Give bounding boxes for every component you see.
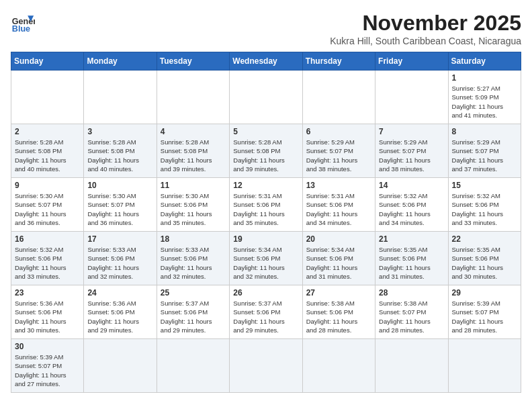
day-number: 26: [233, 288, 298, 298]
logo: General Blue: [11, 11, 35, 35]
day-number: 11: [161, 181, 226, 190]
day-info: Sunrise: 5:39 AMSunset: 5:07 PMDaylight:…: [15, 353, 80, 388]
day-info: Sunrise: 5:36 AMSunset: 5:06 PMDaylight:…: [87, 299, 152, 334]
day-of-week-header: Monday: [84, 52, 157, 71]
day-info: Sunrise: 5:38 AMSunset: 5:06 PMDaylight:…: [306, 299, 371, 334]
calendar-table: SundayMondayTuesdayWednesdayThursdayFrid…: [11, 52, 521, 393]
calendar-day-cell: [302, 71, 375, 124]
calendar-day-cell: [448, 339, 521, 393]
calendar-day-cell: 14Sunrise: 5:32 AMSunset: 5:06 PMDayligh…: [375, 178, 448, 232]
calendar-day-cell: 11Sunrise: 5:30 AMSunset: 5:06 PMDayligh…: [157, 178, 229, 232]
day-number: 14: [379, 181, 444, 190]
day-number: 25: [161, 288, 226, 298]
day-info: Sunrise: 5:31 AMSunset: 5:06 PMDaylight:…: [306, 191, 371, 227]
month-year-title: November 2025: [330, 11, 521, 36]
calendar-day-cell: 10Sunrise: 5:30 AMSunset: 5:07 PMDayligh…: [84, 178, 157, 232]
day-info: Sunrise: 5:28 AMSunset: 5:08 PMDaylight:…: [15, 138, 80, 173]
calendar-day-cell: 21Sunrise: 5:35 AMSunset: 5:06 PMDayligh…: [375, 232, 448, 285]
day-info: Sunrise: 5:29 AMSunset: 5:07 PMDaylight:…: [306, 138, 371, 173]
calendar-day-cell: 23Sunrise: 5:36 AMSunset: 5:06 PMDayligh…: [11, 285, 84, 339]
calendar-week-row: 9Sunrise: 5:30 AMSunset: 5:07 PMDaylight…: [11, 178, 521, 232]
calendar-day-cell: 28Sunrise: 5:38 AMSunset: 5:07 PMDayligh…: [375, 285, 448, 339]
day-info: Sunrise: 5:28 AMSunset: 5:08 PMDaylight:…: [161, 138, 226, 173]
calendar-day-cell: [157, 339, 229, 393]
day-info: Sunrise: 5:37 AMSunset: 5:06 PMDaylight:…: [161, 299, 226, 334]
day-info: Sunrise: 5:36 AMSunset: 5:06 PMDaylight:…: [15, 299, 80, 334]
calendar-day-cell: 24Sunrise: 5:36 AMSunset: 5:06 PMDayligh…: [84, 285, 157, 339]
calendar-day-cell: 6Sunrise: 5:29 AMSunset: 5:07 PMDaylight…: [302, 124, 375, 178]
calendar-day-cell: 22Sunrise: 5:35 AMSunset: 5:06 PMDayligh…: [448, 232, 521, 285]
day-info: Sunrise: 5:32 AMSunset: 5:06 PMDaylight:…: [379, 191, 444, 227]
day-number: 13: [306, 181, 371, 190]
day-of-week-header: Tuesday: [157, 52, 229, 71]
day-of-week-header: Thursday: [302, 52, 375, 71]
calendar-day-cell: 13Sunrise: 5:31 AMSunset: 5:06 PMDayligh…: [302, 178, 375, 232]
calendar-day-cell: 20Sunrise: 5:34 AMSunset: 5:06 PMDayligh…: [302, 232, 375, 285]
day-info: Sunrise: 5:30 AMSunset: 5:07 PMDaylight:…: [15, 191, 80, 227]
day-info: Sunrise: 5:29 AMSunset: 5:07 PMDaylight:…: [452, 138, 517, 173]
day-number: 15: [452, 181, 517, 190]
day-info: Sunrise: 5:32 AMSunset: 5:06 PMDaylight:…: [15, 245, 80, 281]
calendar-day-cell: [230, 71, 302, 124]
day-number: 29: [452, 288, 517, 298]
calendar-day-cell: [302, 339, 375, 393]
day-number: 5: [233, 127, 298, 136]
day-info: Sunrise: 5:29 AMSunset: 5:07 PMDaylight:…: [379, 138, 444, 173]
day-info: Sunrise: 5:39 AMSunset: 5:07 PMDaylight:…: [452, 299, 517, 334]
day-info: Sunrise: 5:28 AMSunset: 5:08 PMDaylight:…: [87, 138, 152, 173]
day-info: Sunrise: 5:33 AMSunset: 5:06 PMDaylight:…: [161, 245, 226, 281]
day-number: 28: [379, 288, 444, 298]
calendar-day-cell: 29Sunrise: 5:39 AMSunset: 5:07 PMDayligh…: [448, 285, 521, 339]
calendar-day-cell: 16Sunrise: 5:32 AMSunset: 5:06 PMDayligh…: [11, 232, 84, 285]
calendar-day-cell: [84, 71, 157, 124]
day-number: 12: [233, 181, 298, 190]
calendar-week-row: 16Sunrise: 5:32 AMSunset: 5:06 PMDayligh…: [11, 232, 521, 285]
calendar-week-row: 30Sunrise: 5:39 AMSunset: 5:07 PMDayligh…: [11, 339, 521, 393]
calendar-day-cell: 17Sunrise: 5:33 AMSunset: 5:06 PMDayligh…: [84, 232, 157, 285]
day-number: 10: [87, 181, 152, 190]
day-number: 24: [87, 288, 152, 298]
calendar-day-cell: 15Sunrise: 5:32 AMSunset: 5:06 PMDayligh…: [448, 178, 521, 232]
day-info: Sunrise: 5:32 AMSunset: 5:06 PMDaylight:…: [452, 191, 517, 227]
calendar-day-cell: 4Sunrise: 5:28 AMSunset: 5:08 PMDaylight…: [157, 124, 229, 178]
day-info: Sunrise: 5:34 AMSunset: 5:06 PMDaylight:…: [306, 245, 371, 281]
day-number: 4: [161, 127, 226, 136]
day-number: 23: [15, 288, 80, 298]
calendar-day-cell: 18Sunrise: 5:33 AMSunset: 5:06 PMDayligh…: [157, 232, 229, 285]
day-info: Sunrise: 5:35 AMSunset: 5:06 PMDaylight:…: [452, 245, 517, 281]
day-of-week-header: Friday: [375, 52, 448, 71]
day-number: 3: [87, 127, 152, 136]
day-number: 27: [306, 288, 371, 298]
day-of-week-header: Sunday: [11, 52, 84, 71]
calendar-day-cell: [375, 339, 448, 393]
day-info: Sunrise: 5:28 AMSunset: 5:08 PMDaylight:…: [233, 138, 298, 173]
calendar-day-cell: [11, 71, 84, 124]
day-info: Sunrise: 5:27 AMSunset: 5:09 PMDaylight:…: [452, 84, 517, 120]
day-number: 30: [15, 342, 80, 351]
calendar-week-row: 1Sunrise: 5:27 AMSunset: 5:09 PMDaylight…: [11, 71, 521, 124]
calendar-day-cell: 12Sunrise: 5:31 AMSunset: 5:06 PMDayligh…: [230, 178, 302, 232]
calendar-day-cell: 19Sunrise: 5:34 AMSunset: 5:06 PMDayligh…: [230, 232, 302, 285]
calendar-day-cell: [375, 71, 448, 124]
day-number: 1: [452, 73, 517, 83]
day-info: Sunrise: 5:31 AMSunset: 5:06 PMDaylight:…: [233, 191, 298, 227]
calendar-header-row: SundayMondayTuesdayWednesdayThursdayFrid…: [11, 52, 521, 71]
day-number: 16: [15, 234, 80, 244]
day-info: Sunrise: 5:33 AMSunset: 5:06 PMDaylight:…: [87, 245, 152, 281]
day-of-week-header: Wednesday: [230, 52, 302, 71]
calendar-day-cell: 25Sunrise: 5:37 AMSunset: 5:06 PMDayligh…: [157, 285, 229, 339]
day-info: Sunrise: 5:35 AMSunset: 5:06 PMDaylight:…: [379, 245, 444, 281]
svg-text:Blue: Blue: [12, 24, 30, 34]
calendar-day-cell: 8Sunrise: 5:29 AMSunset: 5:07 PMDaylight…: [448, 124, 521, 178]
day-info: Sunrise: 5:37 AMSunset: 5:06 PMDaylight:…: [233, 299, 298, 334]
day-number: 18: [161, 234, 226, 244]
calendar-day-cell: 26Sunrise: 5:37 AMSunset: 5:06 PMDayligh…: [230, 285, 302, 339]
calendar-day-cell: 2Sunrise: 5:28 AMSunset: 5:08 PMDaylight…: [11, 124, 84, 178]
day-number: 9: [15, 181, 80, 190]
day-info: Sunrise: 5:34 AMSunset: 5:06 PMDaylight:…: [233, 245, 298, 281]
day-number: 7: [379, 127, 444, 136]
day-of-week-header: Saturday: [448, 52, 521, 71]
calendar-day-cell: [230, 339, 302, 393]
calendar-day-cell: 27Sunrise: 5:38 AMSunset: 5:06 PMDayligh…: [302, 285, 375, 339]
day-number: 2: [15, 127, 80, 136]
